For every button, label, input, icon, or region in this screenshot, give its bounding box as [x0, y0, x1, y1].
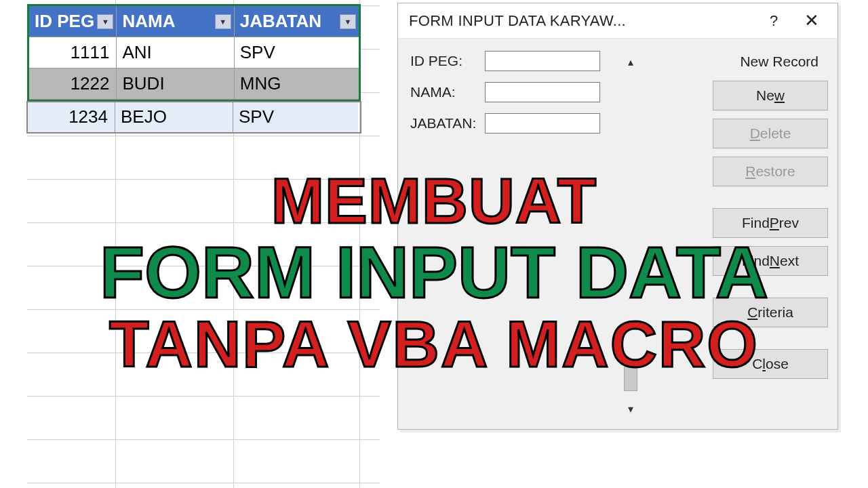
- cell-id[interactable]: 1222: [29, 68, 117, 100]
- filter-dropdown-icon[interactable]: ▼: [340, 14, 356, 29]
- btn-text: ext: [780, 253, 799, 269]
- table-header-row: ID PEG ▼ NAMA ▼ JABATAN ▼: [29, 6, 359, 37]
- field-label: ID PEG:: [410, 53, 485, 69]
- dialog-body: ID PEG: NAMA: JABATAN: ▴ ▾ New Record Ne…: [398, 39, 837, 426]
- btn-text: estore: [755, 163, 795, 180]
- jabatan-input[interactable]: [485, 113, 600, 134]
- dialog-titlebar[interactable]: FORM INPUT DATA KARYAW... ? ✕: [398, 3, 837, 39]
- dialog-title: FORM INPUT DATA KARYAW...: [409, 12, 755, 30]
- record-status: New Record: [740, 54, 818, 70]
- btn-text: ose: [766, 356, 789, 372]
- btn-accel: N: [770, 253, 780, 269]
- btn-text: rev: [779, 215, 799, 231]
- data-table[interactable]: ID PEG ▼ NAMA ▼ JABATAN ▼ 1111 ANI SPV 1…: [27, 4, 361, 102]
- cell-nama[interactable]: BUDI: [117, 68, 234, 100]
- field-jabatan: JABATAN:: [410, 113, 614, 134]
- btn-text: elete: [760, 125, 791, 142]
- help-button[interactable]: ?: [755, 7, 793, 35]
- criteria-button[interactable]: Criteria: [713, 298, 828, 327]
- header-jabatan[interactable]: JABATAN ▼: [235, 6, 359, 37]
- header-nama[interactable]: NAMA ▼: [117, 6, 234, 37]
- scroll-track[interactable]: [623, 75, 639, 395]
- data-table-extra: 1234 BEJO SPV: [27, 102, 361, 133]
- table-row[interactable]: 1222 BUDI MNG: [29, 68, 359, 100]
- form-fields: ID PEG: NAMA: JABATAN:: [410, 51, 614, 417]
- id-peg-input[interactable]: [485, 51, 600, 71]
- btn-accel: D: [750, 125, 760, 142]
- field-label: JABATAN:: [410, 115, 485, 131]
- spreadsheet-area: ID PEG ▼ NAMA ▼ JABATAN ▼ 1111 ANI SPV 1…: [27, 0, 380, 488]
- restore-button[interactable]: Restore: [713, 157, 828, 186]
- close-button[interactable]: Close: [713, 349, 828, 379]
- btn-accel: w: [774, 87, 785, 104]
- table-row-selected[interactable]: 1234 BEJO SPV: [27, 102, 361, 133]
- table-row[interactable]: 1111 ANI SPV: [29, 37, 359, 68]
- scroll-thumb[interactable]: [624, 360, 637, 391]
- btn-text: C: [752, 356, 762, 372]
- btn-text: riteria: [757, 304, 793, 321]
- field-id-peg: ID PEG:: [410, 51, 614, 71]
- btn-text: Find: [742, 253, 770, 269]
- header-label: JABATAN: [240, 11, 321, 32]
- filter-dropdown-icon[interactable]: ▼: [215, 14, 231, 29]
- new-button[interactable]: New: [713, 81, 828, 110]
- cell-jabatan[interactable]: SPV: [233, 102, 358, 133]
- scroll-up-icon[interactable]: ▴: [623, 54, 639, 70]
- cell-id[interactable]: 1111: [29, 37, 117, 68]
- header-label: ID PEG: [35, 11, 94, 32]
- cell-id[interactable]: 1234: [27, 102, 115, 133]
- field-nama: NAMA:: [410, 82, 614, 102]
- filter-dropdown-icon[interactable]: ▼: [97, 14, 113, 29]
- find-next-button[interactable]: Find Next: [713, 246, 828, 276]
- btn-text: Ne: [756, 87, 774, 104]
- dialog-buttons: New Record New Delete Restore Find Prev …: [648, 51, 828, 417]
- header-id-peg[interactable]: ID PEG ▼: [29, 6, 117, 37]
- find-prev-button[interactable]: Find Prev: [713, 208, 828, 238]
- cell-nama[interactable]: ANI: [117, 37, 234, 68]
- record-scrollbar[interactable]: ▴ ▾: [620, 51, 641, 417]
- header-label: NAMA: [122, 11, 175, 32]
- cell-jabatan[interactable]: MNG: [235, 68, 359, 100]
- btn-text: Find: [742, 215, 770, 231]
- btn-accel: P: [770, 215, 779, 231]
- delete-button[interactable]: Delete: [713, 119, 828, 148]
- data-form-dialog: FORM INPUT DATA KARYAW... ? ✕ ID PEG: NA…: [397, 3, 838, 430]
- cell-jabatan[interactable]: SPV: [235, 37, 359, 68]
- cell-nama[interactable]: BEJO: [115, 102, 233, 133]
- scroll-down-icon[interactable]: ▾: [623, 401, 639, 417]
- close-icon[interactable]: ✕: [793, 7, 831, 35]
- btn-accel: R: [745, 163, 755, 180]
- nama-input[interactable]: [485, 82, 600, 102]
- field-label: NAMA:: [410, 84, 485, 100]
- btn-accel: C: [747, 304, 757, 321]
